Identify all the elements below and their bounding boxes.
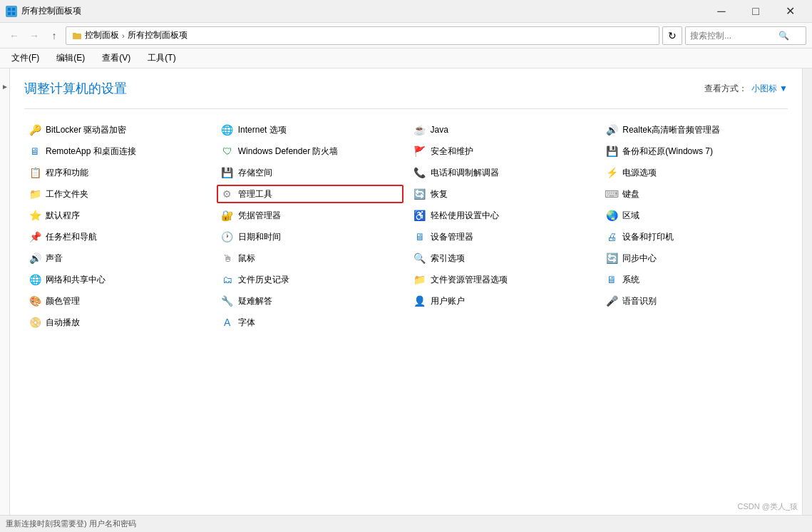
menu-view[interactable]: 查看(V)	[96, 49, 136, 67]
item-icon: 🌐	[29, 273, 41, 286]
item-icon: 🕐	[221, 230, 234, 243]
item-icon: 🚩	[413, 145, 426, 158]
view-options: 查看方式： 小图标 ▼	[704, 83, 788, 95]
item-icon: ⌨	[605, 188, 618, 200]
items-grid: 🔑BitLocker 驱动器加密🌐Internet 选项☕Java🔊Realte…	[24, 121, 788, 332]
list-item[interactable]: 📁文件资源管理器选项	[409, 270, 596, 289]
list-item[interactable]: ⚡电源选项	[601, 163, 788, 182]
list-item[interactable]: 🎨颜色管理	[24, 292, 211, 310]
close-button[interactable]: ✕	[774, 0, 806, 23]
list-item[interactable]: 📀自动播放	[24, 313, 211, 332]
list-item[interactable]: 🔧疑难解答	[217, 292, 404, 310]
refresh-button[interactable]: ↻	[662, 26, 682, 45]
list-item[interactable]: 🖨设备和打印机	[601, 227, 788, 246]
list-item[interactable]: ♿轻松使用设置中心	[409, 206, 596, 225]
list-item[interactable]: 🔄恢复	[409, 185, 596, 203]
menu-edit[interactable]: 编辑(E)	[51, 49, 91, 67]
item-label: 键盘	[622, 188, 639, 200]
item-icon: 🛡	[221, 145, 234, 158]
item-label: 同步中心	[622, 252, 657, 265]
list-item[interactable]: 📌任务栏和导航	[24, 227, 211, 246]
item-icon: 🔄	[605, 252, 618, 265]
list-item[interactable]: 🖥RemoteApp 和桌面连接	[24, 142, 211, 160]
content-header: 调整计算机的设置 查看方式： 小图标 ▼	[24, 80, 788, 97]
list-item[interactable]: 🔍索引选项	[409, 249, 596, 267]
item-icon: 💾	[605, 145, 618, 158]
status-bar: 重新连接时刻我需要登) 用户名和密码	[0, 515, 812, 532]
list-item[interactable]: 🖥系统	[601, 270, 788, 289]
item-icon: 🔊	[29, 252, 41, 265]
item-icon: 🎤	[605, 295, 618, 307]
content-area: 调整计算机的设置 查看方式： 小图标 ▼ 🔑BitLocker 驱动器加密🌐In…	[10, 68, 802, 515]
list-item[interactable]: ⭐默认程序	[24, 206, 211, 225]
main-window: ► 调整计算机的设置 查看方式： 小图标 ▼ 🔑BitLocker 驱动器加密🌐…	[0, 68, 812, 515]
list-item[interactable]: ⚙管理工具	[217, 185, 404, 203]
list-item[interactable]: 🔄同步中心	[601, 249, 788, 267]
item-icon: 💾	[221, 166, 234, 179]
list-item[interactable]: 🕐日期和时间	[217, 227, 404, 246]
item-icon: 🖥	[413, 230, 426, 243]
list-item[interactable]: 🎤语音识别	[601, 292, 788, 310]
list-item[interactable]: 📞电话和调制解调器	[409, 163, 596, 182]
list-item[interactable]: 🔑BitLocker 驱动器加密	[24, 121, 211, 139]
list-item[interactable]: 💾存储空间	[217, 163, 404, 182]
right-scrollbar[interactable]	[802, 68, 812, 515]
item-icon: 🖥	[605, 273, 618, 286]
list-item[interactable]: 🔐凭据管理器	[217, 206, 404, 225]
list-item[interactable]: 📋程序和功能	[24, 163, 211, 182]
list-item[interactable]: ⌨键盘	[601, 185, 788, 203]
list-item[interactable]: 🌐网络和共享中心	[24, 270, 211, 289]
item-icon: 📁	[29, 188, 41, 200]
item-icon: 📞	[413, 166, 426, 179]
up-button[interactable]: ↑	[46, 27, 63, 44]
view-mode-dropdown[interactable]: 小图标 ▼	[751, 83, 788, 95]
list-item[interactable]: 📁工作文件夹	[24, 185, 211, 203]
list-item[interactable]: 🛡Windows Defender 防火墙	[217, 142, 404, 160]
list-item[interactable]: 🔊Realtek高清晰音频管理器	[601, 121, 788, 139]
list-item[interactable]: 🚩安全和维护	[409, 142, 596, 160]
item-label: 工作文件夹	[46, 188, 88, 200]
forward-button[interactable]: →	[26, 27, 43, 44]
item-label: Java	[431, 125, 448, 135]
back-button[interactable]: ←	[6, 27, 23, 44]
item-icon: 🗂	[221, 273, 234, 286]
item-icon: 👤	[413, 295, 426, 307]
list-item[interactable]: A字体	[217, 313, 404, 332]
item-icon: 🎨	[29, 295, 41, 307]
menu-file[interactable]: 文件(F)	[6, 49, 45, 67]
menu-tools[interactable]: 工具(T)	[142, 49, 181, 67]
list-item[interactable]: 🗂文件历史记录	[217, 270, 404, 289]
search-input[interactable]	[690, 31, 776, 41]
item-icon: ⭐	[29, 209, 41, 222]
maximize-button[interactable]: □	[739, 0, 772, 23]
item-label: 系统	[622, 274, 639, 286]
list-item[interactable]: 🖱鼠标	[217, 249, 404, 267]
breadcrumb-sep: ›	[122, 31, 125, 40]
item-label: 电话和调制解调器	[431, 167, 499, 179]
item-label: 备份和还原(Windows 7)	[622, 145, 713, 158]
list-item[interactable]: ☕Java	[409, 121, 596, 139]
address-field[interactable]: 控制面板 › 所有控制面板项	[66, 26, 659, 45]
item-icon: 📌	[29, 230, 41, 243]
item-label: 用户账户	[431, 295, 465, 307]
item-icon: ⚡	[605, 166, 618, 179]
minimize-button[interactable]: ─	[705, 0, 738, 23]
list-item[interactable]: 💾备份和还原(Windows 7)	[601, 142, 788, 160]
svg-rect-0	[8, 8, 11, 11]
list-item[interactable]: 🌐Internet 选项	[217, 121, 404, 139]
item-label: 任务栏和导航	[46, 231, 97, 243]
item-label: RemoteApp 和桌面连接	[46, 145, 136, 158]
sidebar-arrow[interactable]: ►	[1, 83, 9, 91]
svg-rect-1	[12, 8, 15, 11]
list-item[interactable]: 🖥设备管理器	[409, 227, 596, 246]
watermark: CSDN @类人_猿	[737, 501, 798, 512]
list-item[interactable]: 🔊声音	[24, 249, 211, 267]
search-field[interactable]: 🔍	[685, 26, 806, 45]
item-label: 索引选项	[431, 252, 465, 265]
breadcrumb-current: 所有控制面板项	[128, 29, 187, 41]
list-item[interactable]: 🌏区域	[601, 206, 788, 225]
item-label: 程序和功能	[46, 167, 88, 179]
menu-bar: 文件(F) 编辑(E) 查看(V) 工具(T)	[0, 48, 812, 68]
list-item[interactable]: 👤用户账户	[409, 292, 596, 310]
item-label: 字体	[238, 317, 255, 329]
